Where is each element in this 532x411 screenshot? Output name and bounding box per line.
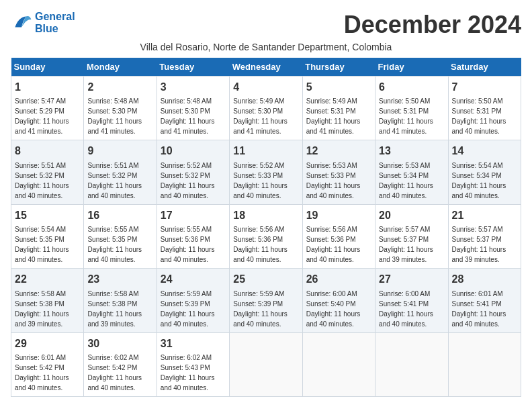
day-number: 31 [161,336,226,351]
day-number: 22 [15,272,80,287]
day-info: Sunrise: 5:54 AMSunset: 5:34 PMDaylight:… [452,161,517,201]
day-info: Sunrise: 5:59 AMSunset: 5:39 PMDaylight:… [161,289,226,329]
day-info: Sunrise: 5:54 AMSunset: 5:35 PMDaylight:… [15,224,80,265]
logo: General Blue [11,11,75,34]
calendar-cell: 18Sunrise: 5:56 AMSunset: 5:36 PMDayligh… [230,204,302,268]
day-info: Sunrise: 5:49 AMSunset: 5:30 PMDaylight:… [233,96,298,136]
calendar-cell [448,332,521,396]
logo-icon [11,12,32,34]
day-info: Sunrise: 5:53 AMSunset: 5:34 PMDaylight:… [379,161,444,201]
calendar-cell: 12Sunrise: 5:53 AMSunset: 5:33 PMDayligh… [302,140,375,204]
calendar-cell: 9Sunrise: 5:51 AMSunset: 5:32 PMDaylight… [84,140,157,204]
calendar-cell: 21Sunrise: 5:57 AMSunset: 5:37 PMDayligh… [448,204,521,268]
logo-text: General Blue [35,11,75,34]
day-info: Sunrise: 6:02 AMSunset: 5:42 PMDaylight:… [87,353,152,393]
day-number: 9 [87,144,152,158]
day-number: 19 [306,208,371,223]
calendar-week-5: 29Sunrise: 6:01 AMSunset: 5:42 PMDayligh… [11,332,521,396]
day-number: 5 [306,80,371,95]
day-info: Sunrise: 5:47 AMSunset: 5:29 PMDaylight:… [15,96,80,136]
weekday-header-monday: Monday [84,58,157,77]
calendar-cell: 28Sunrise: 6:01 AMSunset: 5:41 PMDayligh… [448,269,521,332]
day-info: Sunrise: 5:53 AMSunset: 5:33 PMDaylight:… [306,161,371,201]
calendar-cell: 5Sunrise: 5:49 AMSunset: 5:31 PMDaylight… [302,77,375,140]
calendar-body: 1Sunrise: 5:47 AMSunset: 5:29 PMDaylight… [11,77,521,397]
day-info: Sunrise: 5:56 AMSunset: 5:36 PMDaylight:… [233,224,298,265]
calendar-table: SundayMondayTuesdayWednesdayThursdayFrid… [11,58,521,397]
day-number: 15 [15,208,80,223]
calendar-header: SundayMondayTuesdayWednesdayThursdayFrid… [11,58,521,77]
day-number: 4 [233,80,298,95]
calendar-cell: 23Sunrise: 5:58 AMSunset: 5:38 PMDayligh… [84,269,157,332]
weekday-header-friday: Friday [375,58,448,77]
day-info: Sunrise: 6:01 AMSunset: 5:42 PMDaylight:… [15,353,80,393]
calendar-cell: 20Sunrise: 5:57 AMSunset: 5:37 PMDayligh… [375,204,448,268]
day-number: 29 [15,336,80,351]
day-number: 8 [15,144,80,158]
day-info: Sunrise: 5:56 AMSunset: 5:36 PMDaylight:… [306,224,371,265]
day-info: Sunrise: 5:51 AMSunset: 5:32 PMDaylight:… [15,161,80,201]
calendar-cell: 29Sunrise: 6:01 AMSunset: 5:42 PMDayligh… [11,332,84,396]
location-subtitle: Villa del Rosario, Norte de Santander De… [11,42,521,52]
day-number: 30 [87,336,152,351]
calendar-cell: 10Sunrise: 5:52 AMSunset: 5:32 PMDayligh… [157,140,229,204]
day-number: 21 [452,208,517,223]
calendar-cell [302,332,375,396]
calendar-cell: 2Sunrise: 5:48 AMSunset: 5:30 PMDaylight… [84,77,157,140]
day-number: 16 [87,208,152,223]
day-number: 17 [161,208,226,223]
day-number: 23 [87,272,152,287]
day-number: 6 [379,80,444,95]
day-info: Sunrise: 5:51 AMSunset: 5:32 PMDaylight:… [87,161,152,201]
calendar-cell: 31Sunrise: 6:02 AMSunset: 5:43 PMDayligh… [157,332,229,396]
day-info: Sunrise: 5:59 AMSunset: 5:39 PMDaylight:… [233,289,298,329]
day-info: Sunrise: 5:55 AMSunset: 5:35 PMDaylight:… [87,224,152,265]
calendar-cell: 6Sunrise: 5:50 AMSunset: 5:31 PMDaylight… [375,77,448,140]
calendar-cell: 11Sunrise: 5:52 AMSunset: 5:33 PMDayligh… [230,140,302,204]
day-number: 24 [161,272,226,287]
day-info: Sunrise: 5:52 AMSunset: 5:33 PMDaylight:… [233,161,298,201]
calendar-cell: 25Sunrise: 5:59 AMSunset: 5:39 PMDayligh… [230,269,302,332]
day-info: Sunrise: 5:57 AMSunset: 5:37 PMDaylight:… [452,224,517,265]
calendar-cell: 13Sunrise: 5:53 AMSunset: 5:34 PMDayligh… [375,140,448,204]
day-number: 26 [306,272,371,287]
day-number: 12 [306,144,371,158]
month-title: December 2024 [75,11,521,39]
weekday-header-tuesday: Tuesday [157,58,229,77]
day-number: 20 [379,208,444,223]
day-info: Sunrise: 5:55 AMSunset: 5:36 PMDaylight:… [161,224,226,265]
calendar-cell: 19Sunrise: 5:56 AMSunset: 5:36 PMDayligh… [302,204,375,268]
calendar-week-2: 8Sunrise: 5:51 AMSunset: 5:32 PMDaylight… [11,140,521,204]
day-info: Sunrise: 5:49 AMSunset: 5:31 PMDaylight:… [306,96,371,136]
calendar-cell [230,332,302,396]
weekday-row: SundayMondayTuesdayWednesdayThursdayFrid… [11,58,521,77]
day-info: Sunrise: 5:58 AMSunset: 5:38 PMDaylight:… [87,289,152,329]
day-info: Sunrise: 6:01 AMSunset: 5:41 PMDaylight:… [452,289,517,329]
day-number: 10 [161,144,226,158]
day-info: Sunrise: 5:48 AMSunset: 5:30 PMDaylight:… [87,96,152,136]
day-number: 25 [233,272,298,287]
day-info: Sunrise: 5:50 AMSunset: 5:31 PMDaylight:… [379,96,444,136]
day-info: Sunrise: 6:00 AMSunset: 5:41 PMDaylight:… [379,289,444,329]
weekday-header-wednesday: Wednesday [230,58,302,77]
calendar-cell: 8Sunrise: 5:51 AMSunset: 5:32 PMDaylight… [11,140,84,204]
day-number: 11 [233,144,298,158]
calendar-cell: 30Sunrise: 6:02 AMSunset: 5:42 PMDayligh… [84,332,157,396]
calendar-week-1: 1Sunrise: 5:47 AMSunset: 5:29 PMDaylight… [11,77,521,140]
calendar-week-4: 22Sunrise: 5:58 AMSunset: 5:38 PMDayligh… [11,269,521,332]
calendar-cell: 26Sunrise: 6:00 AMSunset: 5:40 PMDayligh… [302,269,375,332]
calendar-cell: 17Sunrise: 5:55 AMSunset: 5:36 PMDayligh… [157,204,229,268]
day-info: Sunrise: 5:48 AMSunset: 5:30 PMDaylight:… [161,96,226,136]
day-info: Sunrise: 5:52 AMSunset: 5:32 PMDaylight:… [161,161,226,201]
calendar-cell: 22Sunrise: 5:58 AMSunset: 5:38 PMDayligh… [11,269,84,332]
calendar-cell: 24Sunrise: 5:59 AMSunset: 5:39 PMDayligh… [157,269,229,332]
weekday-header-thursday: Thursday [302,58,375,77]
page-header: General Blue December 2024 [11,11,521,39]
day-number: 1 [15,80,80,95]
day-info: Sunrise: 5:50 AMSunset: 5:31 PMDaylight:… [452,96,517,136]
day-number: 7 [452,80,517,95]
calendar-cell: 4Sunrise: 5:49 AMSunset: 5:30 PMDaylight… [230,77,302,140]
calendar-cell: 3Sunrise: 5:48 AMSunset: 5:30 PMDaylight… [157,77,229,140]
day-number: 13 [379,144,444,158]
day-number: 27 [379,272,444,287]
